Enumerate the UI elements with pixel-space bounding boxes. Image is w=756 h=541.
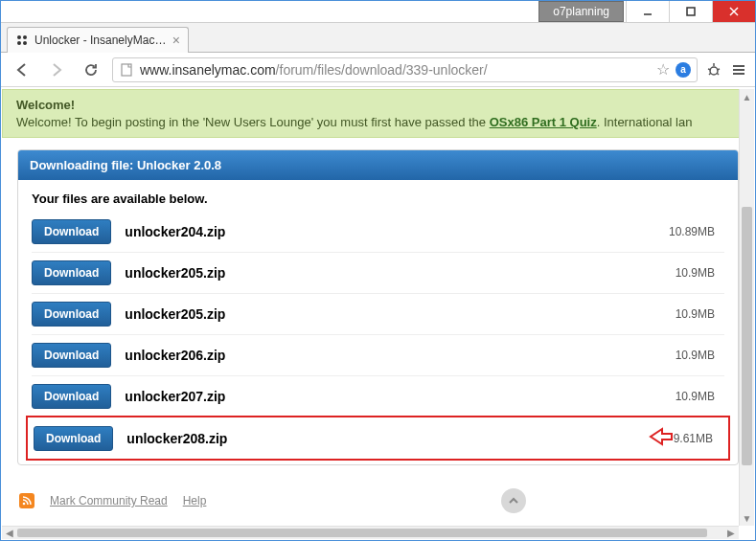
browser-menu-icon[interactable] xyxy=(730,61,747,79)
tab-close-icon[interactable]: × xyxy=(172,33,180,48)
svg-line-14 xyxy=(717,73,719,75)
svg-point-7 xyxy=(23,41,27,45)
vertical-scroll-thumb[interactable] xyxy=(742,207,752,465)
file-name: unlocker205.zip xyxy=(125,265,675,281)
download-button[interactable]: Download xyxy=(32,384,111,409)
svg-rect-1 xyxy=(687,8,695,15)
taskbar-user-badge: o7planning xyxy=(538,1,624,22)
maximize-button[interactable] xyxy=(669,1,712,22)
tab-favicon-icon xyxy=(15,34,29,47)
url-text: www.insanelymac.com/forum/files/download… xyxy=(140,62,656,78)
svg-line-11 xyxy=(708,69,711,70)
svg-point-5 xyxy=(23,35,27,39)
quiz-link[interactable]: OSx86 Part 1 Quiz xyxy=(490,115,597,129)
download-button[interactable]: Download xyxy=(32,343,111,368)
download-button[interactable]: Download xyxy=(32,302,111,327)
scroll-up-arrow-icon[interactable]: ▲ xyxy=(740,89,754,104)
file-row: Download unlocker207.zip 10.9MB xyxy=(32,376,724,417)
panel-header: Downloading file: Unlocker 2.0.8 xyxy=(18,150,738,180)
file-size: 10.9MB xyxy=(676,266,715,280)
browser-tab[interactable]: Unlocker - InsanelyMac Fo × xyxy=(7,27,189,53)
back-button[interactable] xyxy=(9,56,35,83)
close-button[interactable] xyxy=(712,1,755,22)
rss-icon[interactable] xyxy=(19,493,34,508)
extension-bug-icon[interactable] xyxy=(705,61,722,79)
svg-point-6 xyxy=(17,41,21,45)
scroll-to-top-button[interactable] xyxy=(501,488,526,513)
mark-community-read-link[interactable]: Mark Community Read xyxy=(50,494,168,507)
vertical-scrollbar[interactable]: ▲ ▼ xyxy=(739,89,754,526)
svg-line-12 xyxy=(717,69,720,70)
help-link[interactable]: Help xyxy=(183,494,207,507)
tab-title: Unlocker - InsanelyMac Fo xyxy=(34,34,169,47)
welcome-banner: Welcome! Welcome! To begin posting in th… xyxy=(2,89,754,138)
extension-a-icon[interactable]: a xyxy=(676,62,691,78)
scroll-left-arrow-icon[interactable]: ◀ xyxy=(2,527,17,539)
scroll-down-arrow-icon[interactable]: ▼ xyxy=(740,510,754,526)
file-name: unlocker204.zip xyxy=(125,224,669,239)
file-size: 10.9MB xyxy=(676,307,715,321)
forward-button[interactable] xyxy=(43,56,70,83)
file-size: 10.9MB xyxy=(676,349,715,362)
file-name: unlocker206.zip xyxy=(125,348,675,363)
download-button[interactable]: Download xyxy=(32,219,111,244)
page-viewport: Welcome! Welcome! To begin posting in th… xyxy=(2,89,754,526)
page-icon xyxy=(119,62,134,78)
svg-line-13 xyxy=(709,73,711,75)
welcome-text: Welcome! To begin posting in the 'New Us… xyxy=(16,115,740,129)
window-titlebar: o7planning xyxy=(1,1,755,23)
download-button[interactable]: Download xyxy=(34,426,113,451)
bookmark-star-icon[interactable]: ☆ xyxy=(656,60,670,79)
reload-button[interactable] xyxy=(78,56,104,83)
file-name: unlocker205.zip xyxy=(125,306,675,322)
file-size: 10.9MB xyxy=(676,390,715,403)
browser-toolbar: www.insanelymac.com/forum/files/download… xyxy=(1,53,755,87)
files-available-label: Your files are available below. xyxy=(32,192,724,206)
svg-point-4 xyxy=(17,35,21,39)
file-row-highlighted: Download unlocker208.zip 9.61MB xyxy=(26,416,730,461)
file-size: 10.89MB xyxy=(669,225,715,238)
download-button[interactable]: Download xyxy=(32,260,111,285)
download-panel: Downloading file: Unlocker 2.0.8 Your fi… xyxy=(17,149,739,465)
scroll-right-arrow-icon[interactable]: ▶ xyxy=(723,527,739,539)
arrow-callout-icon xyxy=(647,425,674,451)
footer-bar: Mark Community Read Help xyxy=(2,479,754,523)
welcome-title: Welcome! xyxy=(16,98,740,112)
file-name: unlocker208.zip xyxy=(126,431,634,446)
horizontal-scrollbar[interactable]: ◀ ▶ xyxy=(2,526,739,539)
horizontal-scroll-thumb[interactable] xyxy=(17,529,707,537)
tab-strip: Unlocker - InsanelyMac Fo × xyxy=(1,23,755,53)
svg-rect-8 xyxy=(122,64,131,76)
file-row: Download unlocker206.zip 10.9MB xyxy=(32,335,724,376)
file-row: Download unlocker205.zip 10.9MB xyxy=(32,253,724,294)
file-row: Download unlocker205.zip 10.9MB xyxy=(32,294,724,335)
file-name: unlocker207.zip xyxy=(125,389,675,404)
address-bar[interactable]: www.insanelymac.com/forum/files/download… xyxy=(112,57,698,82)
file-size: 9.61MB xyxy=(674,432,713,445)
file-row: Download unlocker204.zip 10.89MB xyxy=(32,212,724,253)
svg-point-18 xyxy=(23,503,26,506)
minimize-button[interactable] xyxy=(626,1,669,22)
